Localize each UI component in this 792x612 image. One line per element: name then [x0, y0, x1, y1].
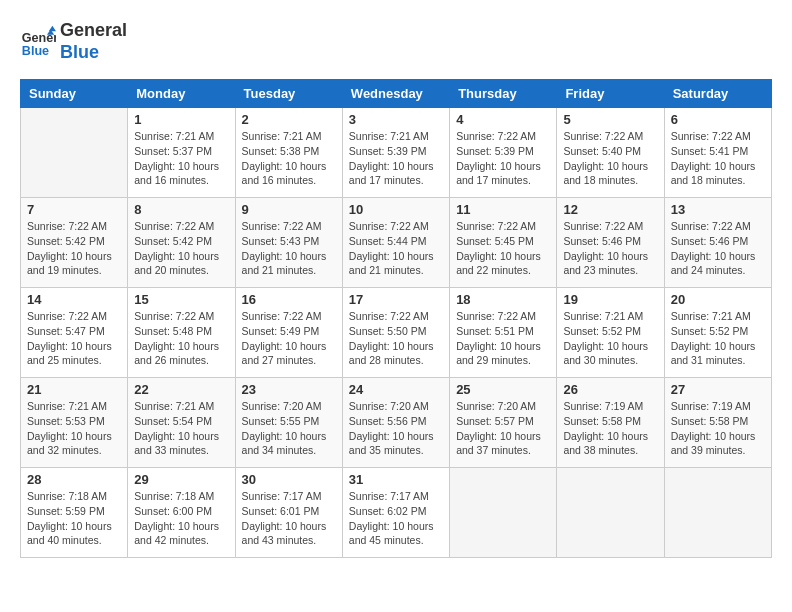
- sunrise-label: Sunrise: 7:22 AM: [134, 220, 214, 232]
- daylight-label: Daylight: 10 hours and 22 minutes.: [456, 250, 541, 277]
- week-row-3: 14 Sunrise: 7:22 AM Sunset: 5:47 PM Dayl…: [21, 288, 772, 378]
- sunrise-label: Sunrise: 7:17 AM: [242, 490, 322, 502]
- sunset-label: Sunset: 5:39 PM: [349, 145, 427, 157]
- day-info: Sunrise: 7:22 AM Sunset: 5:42 PM Dayligh…: [27, 219, 121, 278]
- calendar-table: SundayMondayTuesdayWednesdayThursdayFrid…: [20, 79, 772, 558]
- sunrise-label: Sunrise: 7:22 AM: [456, 220, 536, 232]
- day-cell: 9 Sunrise: 7:22 AM Sunset: 5:43 PM Dayli…: [235, 198, 342, 288]
- day-info: Sunrise: 7:20 AM Sunset: 5:56 PM Dayligh…: [349, 399, 443, 458]
- daylight-label: Daylight: 10 hours and 45 minutes.: [349, 520, 434, 547]
- sunrise-label: Sunrise: 7:22 AM: [563, 220, 643, 232]
- day-number: 21: [27, 382, 121, 397]
- logo-blue: Blue: [60, 42, 127, 64]
- daylight-label: Daylight: 10 hours and 32 minutes.: [27, 430, 112, 457]
- day-number: 24: [349, 382, 443, 397]
- day-cell: 28 Sunrise: 7:18 AM Sunset: 5:59 PM Dayl…: [21, 468, 128, 558]
- week-row-2: 7 Sunrise: 7:22 AM Sunset: 5:42 PM Dayli…: [21, 198, 772, 288]
- sunrise-label: Sunrise: 7:21 AM: [671, 310, 751, 322]
- daylight-label: Daylight: 10 hours and 24 minutes.: [671, 250, 756, 277]
- day-info: Sunrise: 7:22 AM Sunset: 5:49 PM Dayligh…: [242, 309, 336, 368]
- column-header-saturday: Saturday: [664, 80, 771, 108]
- sunset-label: Sunset: 6:00 PM: [134, 505, 212, 517]
- day-cell: 27 Sunrise: 7:19 AM Sunset: 5:58 PM Dayl…: [664, 378, 771, 468]
- day-info: Sunrise: 7:22 AM Sunset: 5:41 PM Dayligh…: [671, 129, 765, 188]
- sunrise-label: Sunrise: 7:20 AM: [456, 400, 536, 412]
- daylight-label: Daylight: 10 hours and 38 minutes.: [563, 430, 648, 457]
- sunset-label: Sunset: 5:42 PM: [134, 235, 212, 247]
- daylight-label: Daylight: 10 hours and 39 minutes.: [671, 430, 756, 457]
- week-row-5: 28 Sunrise: 7:18 AM Sunset: 5:59 PM Dayl…: [21, 468, 772, 558]
- svg-text:Blue: Blue: [22, 43, 49, 57]
- daylight-label: Daylight: 10 hours and 21 minutes.: [349, 250, 434, 277]
- sunset-label: Sunset: 5:47 PM: [27, 325, 105, 337]
- column-header-wednesday: Wednesday: [342, 80, 449, 108]
- day-cell: 19 Sunrise: 7:21 AM Sunset: 5:52 PM Dayl…: [557, 288, 664, 378]
- day-info: Sunrise: 7:18 AM Sunset: 6:00 PM Dayligh…: [134, 489, 228, 548]
- sunrise-label: Sunrise: 7:22 AM: [456, 310, 536, 322]
- day-cell: 12 Sunrise: 7:22 AM Sunset: 5:46 PM Dayl…: [557, 198, 664, 288]
- day-info: Sunrise: 7:22 AM Sunset: 5:44 PM Dayligh…: [349, 219, 443, 278]
- logo: General Blue General Blue: [20, 20, 127, 63]
- day-number: 14: [27, 292, 121, 307]
- day-cell: 13 Sunrise: 7:22 AM Sunset: 5:46 PM Dayl…: [664, 198, 771, 288]
- page-header: General Blue General Blue: [20, 20, 772, 63]
- sunrise-label: Sunrise: 7:22 AM: [671, 130, 751, 142]
- sunrise-label: Sunrise: 7:21 AM: [27, 400, 107, 412]
- day-cell: 3 Sunrise: 7:21 AM Sunset: 5:39 PM Dayli…: [342, 108, 449, 198]
- day-info: Sunrise: 7:18 AM Sunset: 5:59 PM Dayligh…: [27, 489, 121, 548]
- sunrise-label: Sunrise: 7:22 AM: [27, 220, 107, 232]
- day-number: 12: [563, 202, 657, 217]
- day-info: Sunrise: 7:22 AM Sunset: 5:47 PM Dayligh…: [27, 309, 121, 368]
- day-number: 1: [134, 112, 228, 127]
- day-info: Sunrise: 7:22 AM Sunset: 5:51 PM Dayligh…: [456, 309, 550, 368]
- sunset-label: Sunset: 5:58 PM: [563, 415, 641, 427]
- day-number: 13: [671, 202, 765, 217]
- day-cell: 21 Sunrise: 7:21 AM Sunset: 5:53 PM Dayl…: [21, 378, 128, 468]
- sunrise-label: Sunrise: 7:21 AM: [134, 130, 214, 142]
- sunrise-label: Sunrise: 7:19 AM: [671, 400, 751, 412]
- day-info: Sunrise: 7:22 AM Sunset: 5:43 PM Dayligh…: [242, 219, 336, 278]
- day-info: Sunrise: 7:22 AM Sunset: 5:39 PM Dayligh…: [456, 129, 550, 188]
- sunrise-label: Sunrise: 7:17 AM: [349, 490, 429, 502]
- day-cell: 23 Sunrise: 7:20 AM Sunset: 5:55 PM Dayl…: [235, 378, 342, 468]
- daylight-label: Daylight: 10 hours and 18 minutes.: [671, 160, 756, 187]
- daylight-label: Daylight: 10 hours and 17 minutes.: [456, 160, 541, 187]
- day-info: Sunrise: 7:22 AM Sunset: 5:45 PM Dayligh…: [456, 219, 550, 278]
- sunset-label: Sunset: 5:48 PM: [134, 325, 212, 337]
- day-cell: 29 Sunrise: 7:18 AM Sunset: 6:00 PM Dayl…: [128, 468, 235, 558]
- day-cell: 7 Sunrise: 7:22 AM Sunset: 5:42 PM Dayli…: [21, 198, 128, 288]
- day-info: Sunrise: 7:21 AM Sunset: 5:38 PM Dayligh…: [242, 129, 336, 188]
- day-cell: [664, 468, 771, 558]
- daylight-label: Daylight: 10 hours and 37 minutes.: [456, 430, 541, 457]
- day-number: 7: [27, 202, 121, 217]
- day-number: 28: [27, 472, 121, 487]
- week-row-1: 1 Sunrise: 7:21 AM Sunset: 5:37 PM Dayli…: [21, 108, 772, 198]
- day-cell: 30 Sunrise: 7:17 AM Sunset: 6:01 PM Dayl…: [235, 468, 342, 558]
- daylight-label: Daylight: 10 hours and 28 minutes.: [349, 340, 434, 367]
- sunset-label: Sunset: 5:46 PM: [671, 235, 749, 247]
- sunset-label: Sunset: 5:44 PM: [349, 235, 427, 247]
- day-number: 2: [242, 112, 336, 127]
- day-number: 19: [563, 292, 657, 307]
- logo-general: General: [60, 20, 127, 42]
- day-info: Sunrise: 7:21 AM Sunset: 5:53 PM Dayligh…: [27, 399, 121, 458]
- day-cell: 20 Sunrise: 7:21 AM Sunset: 5:52 PM Dayl…: [664, 288, 771, 378]
- day-cell: 22 Sunrise: 7:21 AM Sunset: 5:54 PM Dayl…: [128, 378, 235, 468]
- day-number: 27: [671, 382, 765, 397]
- day-info: Sunrise: 7:17 AM Sunset: 6:01 PM Dayligh…: [242, 489, 336, 548]
- column-header-tuesday: Tuesday: [235, 80, 342, 108]
- day-number: 6: [671, 112, 765, 127]
- logo-icon: General Blue: [20, 24, 56, 60]
- daylight-label: Daylight: 10 hours and 25 minutes.: [27, 340, 112, 367]
- header-row: SundayMondayTuesdayWednesdayThursdayFrid…: [21, 80, 772, 108]
- day-info: Sunrise: 7:22 AM Sunset: 5:46 PM Dayligh…: [563, 219, 657, 278]
- day-info: Sunrise: 7:19 AM Sunset: 5:58 PM Dayligh…: [671, 399, 765, 458]
- sunset-label: Sunset: 5:56 PM: [349, 415, 427, 427]
- sunset-label: Sunset: 5:41 PM: [671, 145, 749, 157]
- day-cell: 8 Sunrise: 7:22 AM Sunset: 5:42 PM Dayli…: [128, 198, 235, 288]
- day-number: 22: [134, 382, 228, 397]
- sunset-label: Sunset: 5:58 PM: [671, 415, 749, 427]
- day-number: 15: [134, 292, 228, 307]
- daylight-label: Daylight: 10 hours and 16 minutes.: [242, 160, 327, 187]
- sunrise-label: Sunrise: 7:22 AM: [134, 310, 214, 322]
